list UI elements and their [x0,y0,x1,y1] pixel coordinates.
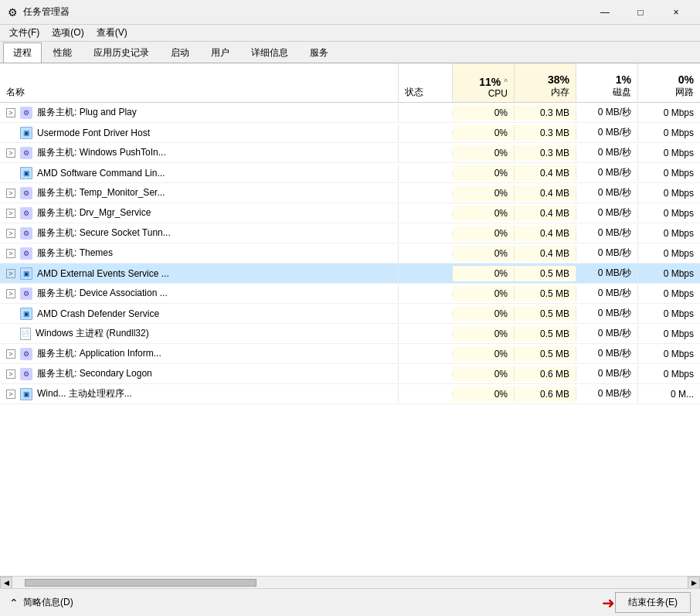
cell-status [399,251,453,256]
tab-services[interactable]: 服务 [300,43,338,63]
col-header-mem[interactable]: 38% 内存 [515,63,576,102]
cpu-label: CPU [488,88,508,99]
window-title: 任务管理器 [23,5,587,19]
cell-disk: 0 MB/秒 [576,264,638,282]
cell-name: > ⚙ 服务主机: Plug and Play [0,104,399,121]
expand-button[interactable]: > [6,390,15,399]
minimize-button[interactable]: — [587,0,623,25]
cell-net: 0 Mbps [638,206,700,221]
end-task-button[interactable]: 结束任务(E) [615,592,691,613]
window-icon: ▣ [20,167,32,179]
tab-processes[interactable]: 进程 [3,43,42,63]
menu-options[interactable]: 选项(O) [46,25,90,41]
table-row[interactable]: > ⚙ 服务主机: Windows PushToIn... 0% 0.3 MB … [0,143,700,163]
restore-button[interactable]: □ [623,0,658,25]
cell-status [399,111,453,115]
process-name: 服务主机: Drv_Mgr_Service [37,206,151,220]
expand-button[interactable]: > [6,249,15,258]
col-header-disk[interactable]: 1% 磁盘 [576,63,638,102]
cell-disk: 0 MB/秒 [576,104,638,121]
expand-button[interactable]: > [6,209,15,218]
table-row[interactable]: > ⚙ 服务主机: Drv_Mgr_Service 0% 0.4 MB 0 MB… [0,203,700,223]
expand-button[interactable]: > [6,269,15,278]
chevron-up-icon: ⌃ [9,597,19,609]
status-left: ⌃ 简略信息(D) [9,596,602,609]
process-name: Usermode Font Driver Host [37,128,150,138]
hscroll-thumb[interactable] [25,579,257,587]
cell-status [399,311,453,316]
cell-disk: 0 MB/秒 [576,305,638,322]
table-row[interactable]: > ⚙ 服务主机: Secondary Logon 0% 0.6 MB 0 MB… [0,364,700,384]
expand-button[interactable]: > [6,349,15,359]
process-name: 服务主机: Themes [37,247,113,260]
title-bar: ⚙ 任务管理器 — □ × [0,0,700,25]
cell-cpu: 0% [453,306,515,322]
cell-net: 0 Mbps [638,266,700,281]
process-name: AMD Crash Defender Service [37,308,159,319]
horizontal-scrollbar[interactable]: ◀ ▶ [0,576,700,588]
menu-file[interactable]: 文件(F) [3,25,46,41]
tab-performance[interactable]: 性能 [43,43,82,63]
cell-name: > ⚙ 服务主机: Device Association ... [0,284,399,302]
cell-cpu: 0% [453,226,515,241]
col-header-cpu[interactable]: 11% ^ CPU [453,63,515,102]
cell-status [399,131,453,135]
file-icon: 📄 [20,328,31,340]
cell-mem: 0.5 MB [515,326,576,342]
arrow-right-icon: ➜ [602,594,615,612]
process-name: Wind... 主动处理程序... [37,387,132,400]
cell-name: ▣ AMD Software Command Lin... [0,165,399,182]
tab-startup[interactable]: 启动 [161,43,199,63]
tab-details[interactable]: 详细信息 [241,43,298,63]
gear-icon: ⚙ [20,187,32,199]
table-row[interactable]: 📄 Windows 主进程 (Rundll32) 0% 0.5 MB 0 MB/… [0,324,700,344]
cell-mem: 0.3 MB [515,125,576,141]
table-row[interactable]: ▣ Usermode Font Driver Host 0% 0.3 MB 0 … [0,123,700,143]
cell-name: > ⚙ 服务主机: Temp_Monitor_Ser... [0,184,399,202]
cell-name: > ▣ Wind... 主动处理程序... [0,385,399,403]
col-header-status[interactable]: 状态 [399,63,453,102]
summary-label[interactable]: 简略信息(D) [23,596,73,609]
process-table-body[interactable]: > ⚙ 服务主机: Plug and Play 0% 0.3 MB 0 MB/秒… [0,103,700,576]
table-row[interactable]: > ⚙ 服务主机: Plug and Play 0% 0.3 MB 0 MB/秒… [0,103,700,123]
gear-icon: ⚙ [20,348,32,360]
col-header-name[interactable]: 名称 [0,63,399,102]
cell-name: ▣ AMD Crash Defender Service [0,305,399,322]
window-icon: ▣ [20,308,32,320]
table-row[interactable]: > ⚙ 服务主机: Secure Socket Tunn... 0% 0.4 M… [0,223,700,243]
cell-status [399,211,453,216]
table-row[interactable]: > ⚙ 服务主机: Device Association ... 0% 0.5 … [0,284,700,304]
cell-net: 0 Mbps [638,226,700,241]
gear-icon: ⚙ [20,147,32,159]
hscroll-left-arrow[interactable]: ◀ [0,577,12,589]
col-header-net[interactable]: 0% 网路 [638,63,700,102]
table-row[interactable]: ▣ AMD Crash Defender Service 0% 0.5 MB 0… [0,304,700,324]
cell-name: > ⚙ 服务主机: Drv_Mgr_Service [0,204,399,222]
expand-button[interactable]: > [6,289,15,298]
expand-button[interactable]: > [6,189,15,198]
expand-button[interactable]: > [6,148,15,158]
cell-status [399,392,453,396]
table-row[interactable]: > ⚙ 服务主机: Temp_Monitor_Ser... 0% 0.4 MB … [0,183,700,203]
expand-button[interactable]: > [6,108,15,117]
table-row[interactable]: > ⚙ 服务主机: Application Inform... 0% 0.5 M… [0,344,700,364]
cell-net: 0 M... [638,386,700,402]
tab-users[interactable]: 用户 [201,43,240,63]
table-row[interactable]: > ⚙ 服务主机: Themes 0% 0.4 MB 0 MB/秒 0 Mbps [0,243,700,264]
cell-cpu: 0% [453,206,515,221]
close-button[interactable]: × [658,0,694,25]
table-row[interactable]: ▣ AMD Software Command Lin... 0% 0.4 MB … [0,163,700,183]
cell-disk: 0 MB/秒 [576,345,638,362]
table-row[interactable]: > ▣ Wind... 主动处理程序... 0% 0.6 MB 0 MB/秒 0… [0,384,700,404]
cell-cpu: 0% [453,386,515,402]
cell-net: 0 Mbps [638,145,700,161]
cell-status [399,271,453,276]
cell-net: 0 Mbps [638,326,700,342]
table-row[interactable]: > ▣ AMD External Events Service ... 0% 0… [0,264,700,284]
expand-button[interactable]: > [6,369,15,379]
tab-app-history[interactable]: 应用历史记录 [83,43,159,63]
hscroll-right-arrow[interactable]: ▶ [688,577,700,589]
expand-button[interactable]: > [6,229,15,238]
cell-status [399,231,453,236]
menu-view[interactable]: 查看(V) [90,25,134,41]
